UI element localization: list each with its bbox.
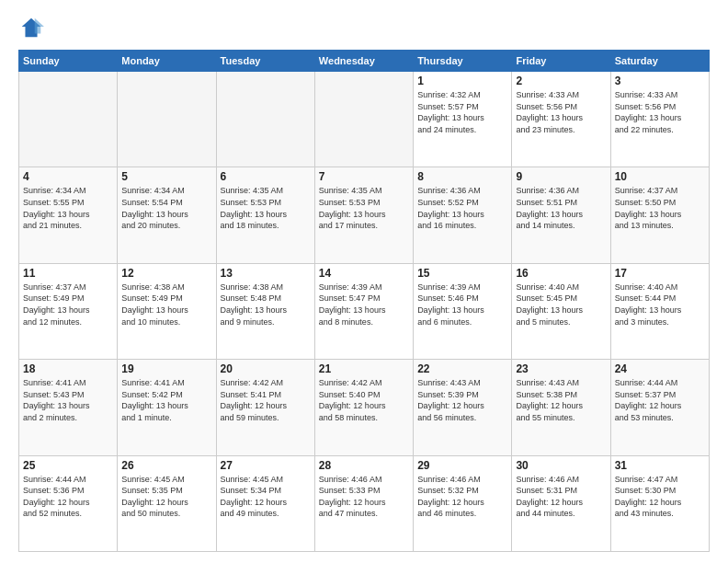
logo-icon: [18, 15, 44, 40]
day-info: Sunrise: 4:46 AM Sunset: 5:33 PM Dayligh…: [319, 474, 409, 520]
calendar-cell: 31Sunrise: 4:47 AM Sunset: 5:30 PM Dayli…: [610, 455, 709, 551]
day-number: 20: [221, 362, 311, 375]
day-info: Sunrise: 4:36 AM Sunset: 5:52 PM Dayligh…: [417, 185, 507, 231]
calendar-header-row: SundayMondayTuesdayWednesdayThursdayFrid…: [19, 51, 710, 72]
calendar-cell: 4Sunrise: 4:34 AM Sunset: 5:55 PM Daylig…: [19, 167, 118, 263]
calendar-cell: [118, 72, 216, 167]
day-number: 31: [615, 459, 705, 472]
calendar-cell: 11Sunrise: 4:37 AM Sunset: 5:49 PM Dayli…: [19, 263, 118, 359]
day-number: 21: [319, 362, 409, 375]
col-header-friday: Friday: [512, 51, 610, 72]
day-info: Sunrise: 4:38 AM Sunset: 5:48 PM Dayligh…: [221, 282, 311, 327]
day-info: Sunrise: 4:46 AM Sunset: 5:32 PM Dayligh…: [417, 474, 507, 520]
day-number: 13: [221, 267, 311, 280]
page: SundayMondayTuesdayWednesdayThursdayFrid…: [0, 0, 728, 563]
calendar-cell: 12Sunrise: 4:38 AM Sunset: 5:49 PM Dayli…: [118, 263, 216, 359]
day-info: Sunrise: 4:32 AM Sunset: 5:57 PM Dayligh…: [417, 89, 507, 135]
day-info: Sunrise: 4:42 AM Sunset: 5:41 PM Dayligh…: [221, 377, 311, 423]
col-header-wednesday: Wednesday: [314, 51, 413, 72]
day-number: 7: [319, 170, 409, 183]
calendar-cell: 20Sunrise: 4:42 AM Sunset: 5:41 PM Dayli…: [216, 360, 314, 455]
header: [18, 15, 710, 40]
col-header-sunday: Sunday: [19, 51, 118, 72]
day-number: 15: [417, 267, 507, 280]
day-info: Sunrise: 4:34 AM Sunset: 5:55 PM Dayligh…: [23, 185, 113, 231]
calendar-cell: 3Sunrise: 4:33 AM Sunset: 5:56 PM Daylig…: [610, 72, 709, 167]
day-number: 2: [516, 75, 606, 87]
calendar-cell: 25Sunrise: 4:44 AM Sunset: 5:36 PM Dayli…: [19, 455, 118, 551]
day-info: Sunrise: 4:38 AM Sunset: 5:49 PM Dayligh…: [121, 282, 211, 327]
day-number: 19: [121, 362, 211, 375]
calendar-cell: [216, 72, 314, 167]
day-info: Sunrise: 4:35 AM Sunset: 5:53 PM Dayligh…: [221, 185, 311, 231]
calendar-week-3: 18Sunrise: 4:41 AM Sunset: 5:43 PM Dayli…: [19, 360, 710, 455]
calendar-cell: 23Sunrise: 4:43 AM Sunset: 5:38 PM Dayli…: [512, 360, 610, 455]
calendar-cell: 15Sunrise: 4:39 AM Sunset: 5:46 PM Dayli…: [414, 263, 512, 359]
col-header-tuesday: Tuesday: [216, 51, 314, 72]
day-number: 27: [221, 459, 311, 472]
calendar-cell: 28Sunrise: 4:46 AM Sunset: 5:33 PM Dayli…: [314, 455, 413, 551]
calendar-cell: [314, 72, 413, 167]
day-number: 28: [319, 459, 409, 472]
calendar-cell: 30Sunrise: 4:46 AM Sunset: 5:31 PM Dayli…: [512, 455, 610, 551]
day-number: 23: [516, 362, 606, 375]
calendar-cell: 2Sunrise: 4:33 AM Sunset: 5:56 PM Daylig…: [512, 72, 610, 167]
calendar-cell: 18Sunrise: 4:41 AM Sunset: 5:43 PM Dayli…: [19, 360, 118, 455]
calendar-cell: 29Sunrise: 4:46 AM Sunset: 5:32 PM Dayli…: [414, 455, 512, 551]
calendar-cell: [19, 72, 118, 167]
calendar-cell: 19Sunrise: 4:41 AM Sunset: 5:42 PM Dayli…: [118, 360, 216, 455]
calendar-week-2: 11Sunrise: 4:37 AM Sunset: 5:49 PM Dayli…: [19, 263, 710, 359]
day-info: Sunrise: 4:37 AM Sunset: 5:49 PM Dayligh…: [23, 282, 113, 327]
calendar-table: SundayMondayTuesdayWednesdayThursdayFrid…: [18, 50, 710, 552]
day-info: Sunrise: 4:43 AM Sunset: 5:38 PM Dayligh…: [516, 377, 606, 423]
calendar-cell: 1Sunrise: 4:32 AM Sunset: 5:57 PM Daylig…: [414, 72, 512, 167]
calendar-week-1: 4Sunrise: 4:34 AM Sunset: 5:55 PM Daylig…: [19, 167, 710, 263]
calendar-cell: 26Sunrise: 4:45 AM Sunset: 5:35 PM Dayli…: [118, 455, 216, 551]
calendar-cell: 5Sunrise: 4:34 AM Sunset: 5:54 PM Daylig…: [118, 167, 216, 263]
calendar-cell: 7Sunrise: 4:35 AM Sunset: 5:53 PM Daylig…: [314, 167, 413, 263]
col-header-saturday: Saturday: [610, 51, 709, 72]
day-number: 29: [417, 459, 507, 472]
day-info: Sunrise: 4:41 AM Sunset: 5:42 PM Dayligh…: [121, 377, 211, 423]
day-number: 10: [615, 170, 705, 183]
day-info: Sunrise: 4:40 AM Sunset: 5:45 PM Dayligh…: [516, 282, 606, 327]
day-number: 22: [417, 362, 507, 375]
day-info: Sunrise: 4:39 AM Sunset: 5:46 PM Dayligh…: [417, 282, 507, 327]
day-number: 30: [516, 459, 606, 472]
day-info: Sunrise: 4:36 AM Sunset: 5:51 PM Dayligh…: [516, 185, 606, 231]
col-header-monday: Monday: [118, 51, 216, 72]
day-info: Sunrise: 4:44 AM Sunset: 5:37 PM Dayligh…: [615, 377, 705, 423]
day-info: Sunrise: 4:41 AM Sunset: 5:43 PM Dayligh…: [23, 377, 113, 423]
calendar-cell: 9Sunrise: 4:36 AM Sunset: 5:51 PM Daylig…: [512, 167, 610, 263]
day-number: 5: [121, 170, 211, 183]
day-info: Sunrise: 4:45 AM Sunset: 5:34 PM Dayligh…: [221, 474, 311, 520]
calendar-cell: 8Sunrise: 4:36 AM Sunset: 5:52 PM Daylig…: [414, 167, 512, 263]
day-number: 24: [615, 362, 705, 375]
day-number: 3: [615, 75, 705, 87]
day-info: Sunrise: 4:47 AM Sunset: 5:30 PM Dayligh…: [615, 474, 705, 520]
day-info: Sunrise: 4:33 AM Sunset: 5:56 PM Dayligh…: [516, 89, 606, 135]
day-info: Sunrise: 4:44 AM Sunset: 5:36 PM Dayligh…: [23, 474, 113, 520]
day-info: Sunrise: 4:35 AM Sunset: 5:53 PM Dayligh…: [319, 185, 409, 231]
calendar-cell: 21Sunrise: 4:42 AM Sunset: 5:40 PM Dayli…: [314, 360, 413, 455]
logo: [18, 15, 48, 40]
day-number: 11: [23, 267, 113, 280]
day-info: Sunrise: 4:33 AM Sunset: 5:56 PM Dayligh…: [615, 89, 705, 135]
calendar-cell: 17Sunrise: 4:40 AM Sunset: 5:44 PM Dayli…: [610, 263, 709, 359]
calendar-cell: 27Sunrise: 4:45 AM Sunset: 5:34 PM Dayli…: [216, 455, 314, 551]
calendar-cell: 22Sunrise: 4:43 AM Sunset: 5:39 PM Dayli…: [414, 360, 512, 455]
day-number: 25: [23, 459, 113, 472]
calendar-cell: 24Sunrise: 4:44 AM Sunset: 5:37 PM Dayli…: [610, 360, 709, 455]
day-number: 9: [516, 170, 606, 183]
day-number: 26: [121, 459, 211, 472]
day-number: 17: [615, 267, 705, 280]
svg-marker-1: [35, 18, 44, 34]
day-info: Sunrise: 4:37 AM Sunset: 5:50 PM Dayligh…: [615, 185, 705, 231]
day-info: Sunrise: 4:43 AM Sunset: 5:39 PM Dayligh…: [417, 377, 507, 423]
calendar-week-0: 1Sunrise: 4:32 AM Sunset: 5:57 PM Daylig…: [19, 72, 710, 167]
calendar-cell: 16Sunrise: 4:40 AM Sunset: 5:45 PM Dayli…: [512, 263, 610, 359]
calendar-week-4: 25Sunrise: 4:44 AM Sunset: 5:36 PM Dayli…: [19, 455, 710, 551]
day-number: 1: [417, 75, 507, 87]
day-number: 14: [319, 267, 409, 280]
calendar-cell: 13Sunrise: 4:38 AM Sunset: 5:48 PM Dayli…: [216, 263, 314, 359]
